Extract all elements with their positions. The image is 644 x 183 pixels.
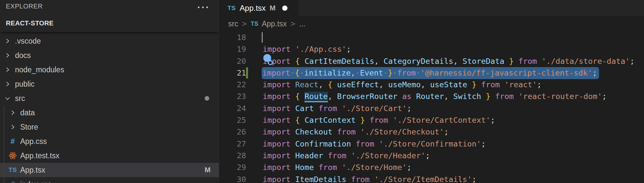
- line-number: 26: [219, 126, 246, 138]
- typescript-icon: TS: [8, 166, 17, 174]
- project-name: REACT-STORE: [6, 20, 53, 27]
- tree-item-node-modules[interactable]: node_modules: [0, 63, 219, 77]
- line-number: 27: [219, 138, 246, 150]
- chevron-right-icon: [3, 37, 12, 45]
- chevron-down-icon: [4, 95, 11, 102]
- tree-item-label: docs: [15, 51, 31, 60]
- tree-item-label: data: [20, 108, 35, 117]
- tree-item-label: public: [15, 80, 35, 89]
- line-number: 19: [219, 43, 246, 55]
- breadcrumb-app-tsx[interactable]: App.tsx: [262, 20, 287, 28]
- code-line-28[interactable]: 28import Header from './Store/Header';: [219, 150, 644, 162]
- chevron-right-icon: [4, 38, 11, 44]
- code-editor[interactable]: 1819import './App.css';20import { CartIt…: [219, 32, 644, 183]
- tree-item-app-css[interactable]: #App.css: [0, 134, 219, 148]
- tree-item--vscode[interactable]: .vscode: [0, 34, 219, 48]
- tab-label: App.tsx: [240, 4, 266, 13]
- tree-item-label: Store: [20, 123, 38, 132]
- tree-item-store[interactable]: Store: [0, 120, 219, 134]
- chevron-right-icon: [8, 109, 18, 116]
- tab-dirty-dot-icon[interactable]: [282, 6, 287, 11]
- line-number: 30: [219, 174, 246, 183]
- chevron-right-icon: [4, 81, 11, 87]
- chevron-right-icon: [4, 52, 11, 59]
- code-line-29[interactable]: 29import Home from './Store/Home';: [219, 162, 644, 173]
- css-hash-icon: #: [10, 180, 15, 183]
- line-number: 22: [219, 79, 246, 91]
- project-section-header[interactable]: REACT-STORE: [0, 16, 219, 32]
- breadcrumb: src > TS App.tsx > ...: [219, 16, 644, 31]
- chevron-right-icon: [8, 123, 18, 131]
- tree-item-label: node_modules: [15, 65, 64, 74]
- modified-dot-badge: [205, 96, 209, 101]
- tree-item-docs[interactable]: docs: [0, 48, 219, 63]
- tree-item-label: src: [15, 94, 25, 103]
- indent-guide: [4, 106, 4, 183]
- explorer-more-actions-icon[interactable]: [198, 7, 208, 8]
- chevron-right-icon: [9, 124, 16, 130]
- tab-git-modified-badge: M: [270, 4, 275, 12]
- code-line-19[interactable]: 19import './App.css';: [219, 43, 644, 55]
- remote-cursor-caret: [262, 32, 263, 43]
- vscode-window: EXPLORER REACT-STORE .vscodedocsnode_mod…: [0, 0, 644, 183]
- code-line-20[interactable]: 20import { CartItemDetails, CategoryDeta…: [219, 55, 644, 67]
- code-line-22[interactable]: 22import React, { useEffect, useMemo, us…: [219, 79, 644, 91]
- line-number: 23: [219, 91, 246, 102]
- tree-item-public[interactable]: public: [0, 77, 219, 91]
- git-modified-badge: M: [205, 166, 211, 174]
- line-number: 24: [219, 103, 246, 114]
- explorer-sidebar: EXPLORER REACT-STORE .vscodedocsnode_mod…: [0, 0, 219, 183]
- explorer-titlebar: EXPLORER: [0, 0, 219, 16]
- line-number: 21: [219, 67, 246, 79]
- chevron-right-icon: >: [291, 19, 295, 28]
- chevron-right-icon: [3, 80, 12, 88]
- breadcrumb-src[interactable]: src: [228, 20, 238, 28]
- code-line-30[interactable]: 30import ItemDetails from './Store/ItemD…: [219, 174, 644, 183]
- tree-item-label: index.css: [20, 180, 51, 183]
- line-number: 18: [219, 32, 246, 43]
- tree-item-label: .vscode: [15, 37, 41, 46]
- tree-item-label: App.test.tsx: [20, 151, 59, 160]
- breadcrumb-ellipsis[interactable]: ...: [299, 20, 305, 28]
- line-number: 20: [219, 55, 246, 67]
- code-line-23[interactable]: 23import { Route, BrowserRouter as Route…: [219, 91, 644, 102]
- chevron-right-icon: >: [242, 19, 247, 28]
- file-tree: .vscodedocsnode_modulespublicsrcdataStor…: [0, 34, 219, 183]
- line-number: 28: [219, 150, 246, 162]
- tree-item-data[interactable]: data: [0, 106, 219, 120]
- typescript-icon: TS: [227, 5, 236, 12]
- code-line-24[interactable]: 24import Cart from './Store/Cart';: [219, 103, 644, 114]
- chevron-right-icon: [9, 109, 16, 116]
- tab-bar: TS App.tsx M: [219, 0, 644, 16]
- editor-group: TS App.tsx M src > TS App.tsx > ... 1819…: [219, 0, 644, 183]
- chevron-right-icon: [3, 52, 12, 59]
- tab-app-tsx[interactable]: TS App.tsx M: [219, 0, 298, 16]
- collaborator-cursor-ring-icon: [268, 60, 273, 65]
- explorer-title: EXPLORER: [6, 3, 43, 10]
- code-line-25[interactable]: 25import { CartContext } from './Store/C…: [219, 114, 644, 126]
- git-added-gutter-bar: [246, 67, 248, 78]
- tree-item-label: App.tsx: [20, 166, 45, 175]
- text-selection: import·{·initialize,·Event·}·from·'@harn…: [262, 67, 599, 79]
- code-line-27[interactable]: 27import Confirmation from './Store/Conf…: [219, 138, 644, 150]
- code-line-18[interactable]: 18: [219, 32, 644, 43]
- tree-item-app-test-tsx[interactable]: App.test.tsx: [0, 148, 219, 163]
- code-line-26[interactable]: 26import Checkout from './Store/Checkout…: [219, 126, 644, 138]
- react-test-icon: [8, 151, 17, 160]
- typescript-icon: TS: [251, 21, 258, 27]
- chevron-right-icon: [4, 66, 11, 73]
- tree-item-src[interactable]: src: [0, 91, 219, 106]
- css-hash-icon: #: [10, 137, 15, 146]
- tree-item-app-tsx[interactable]: TSApp.tsxM: [0, 163, 219, 177]
- tree-item-index-css[interactable]: #index.css: [0, 177, 219, 183]
- line-number: 29: [219, 162, 246, 173]
- line-number: 25: [219, 114, 246, 126]
- chevron-right-icon: [3, 66, 12, 73]
- code-line-21[interactable]: 21import·{·initialize,·Event·}·from·'@ha…: [219, 67, 644, 79]
- tree-item-label: App.css: [20, 137, 47, 146]
- chevron-down-icon: [3, 95, 12, 102]
